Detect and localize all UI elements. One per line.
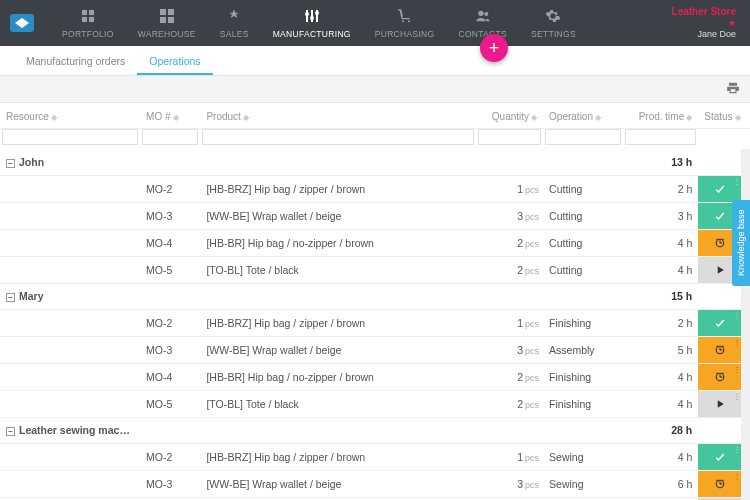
filter-prodtime[interactable] bbox=[625, 129, 696, 145]
knowledge-base-tab[interactable]: Knowledge base bbox=[732, 200, 750, 286]
collapse-icon[interactable]: − bbox=[6, 159, 15, 168]
cell-prodtime: 4 h bbox=[623, 363, 698, 390]
svg-point-29 bbox=[722, 345, 724, 347]
table-row[interactable]: MO-4[HB-BR] Hip bag / no-zipper / brown2… bbox=[0, 229, 750, 256]
filter-operation[interactable] bbox=[545, 129, 621, 145]
status-orange[interactable]: ⋮ bbox=[698, 337, 741, 363]
cell-mo: MO-2 bbox=[140, 443, 200, 470]
svg-point-14 bbox=[315, 11, 319, 15]
toolbar-row bbox=[0, 76, 750, 102]
status-green[interactable]: ⋮ bbox=[698, 444, 741, 470]
svg-point-15 bbox=[402, 20, 404, 22]
status-green[interactable]: ⋮ bbox=[698, 310, 741, 336]
svg-point-23 bbox=[722, 238, 724, 240]
col-product[interactable]: Product◆ bbox=[200, 103, 476, 129]
svg-point-22 bbox=[716, 238, 718, 240]
nav-purchasing[interactable]: PURCHASING bbox=[363, 0, 447, 46]
table-row[interactable]: MO-2[HB-BRZ] Hip bag / zipper / brown1pc… bbox=[0, 443, 750, 470]
col-resource[interactable]: Resource◆ bbox=[0, 103, 140, 129]
table-row[interactable]: MO-3[WW-BE] Wrap wallet / beige3pcsAssem… bbox=[0, 336, 750, 363]
col-quantity[interactable]: Quantity◆ bbox=[476, 103, 543, 129]
more-icon[interactable]: ⋮ bbox=[733, 338, 740, 347]
header-row: Resource◆ MO #◆ Product◆ Quantity◆ Opera… bbox=[0, 103, 750, 129]
cell-prodtime: 2 h bbox=[623, 309, 698, 336]
collapse-icon[interactable]: − bbox=[6, 293, 15, 302]
more-icon[interactable]: ⋮ bbox=[733, 445, 740, 454]
cell-prodtime: 2 h bbox=[623, 175, 698, 202]
svg-point-16 bbox=[408, 20, 410, 22]
nav-portfolio[interactable]: PORTFOLIO bbox=[50, 0, 126, 46]
add-button[interactable]: + bbox=[480, 34, 508, 62]
svg-point-18 bbox=[484, 12, 488, 16]
account-info[interactable]: Leather Store ★ Jane Doe bbox=[672, 6, 740, 40]
operations-table: Resource◆ MO #◆ Product◆ Quantity◆ Opera… bbox=[0, 103, 750, 500]
status-grey[interactable]: ⋮ bbox=[698, 391, 741, 417]
cell-product: [HB-BRZ] Hip bag / zipper / brown bbox=[200, 309, 476, 336]
status-orange[interactable]: ⋮ bbox=[698, 471, 741, 497]
nav-settings[interactable]: SETTINGS bbox=[519, 0, 588, 46]
cell-quantity: 2pcs bbox=[476, 256, 543, 283]
collapse-icon[interactable]: − bbox=[6, 427, 15, 436]
manufacturing-icon bbox=[304, 8, 320, 27]
svg-point-34 bbox=[722, 372, 724, 374]
user-name: Jane Doe bbox=[672, 29, 736, 40]
col-mo[interactable]: MO #◆ bbox=[140, 103, 200, 129]
nav-label: PORTFOLIO bbox=[62, 29, 114, 39]
filter-product[interactable] bbox=[202, 129, 474, 145]
star-icon: ★ bbox=[672, 18, 736, 29]
svg-point-13 bbox=[310, 16, 314, 20]
print-icon[interactable] bbox=[726, 81, 740, 98]
cell-mo: MO-3 bbox=[140, 202, 200, 229]
filter-quantity[interactable] bbox=[478, 129, 541, 145]
nav-label: WAREHOUSE bbox=[138, 29, 196, 39]
group-resource: −Mary bbox=[0, 283, 140, 309]
svg-rect-7 bbox=[160, 17, 166, 23]
more-icon[interactable]: ⋮ bbox=[733, 311, 740, 320]
more-icon[interactable]: ⋮ bbox=[733, 365, 740, 374]
col-status[interactable]: Status◆ bbox=[698, 103, 741, 129]
nav-sales[interactable]: SALES bbox=[208, 0, 261, 46]
sales-icon bbox=[226, 8, 242, 27]
tab-manufacturing-orders[interactable]: Manufacturing orders bbox=[14, 55, 137, 75]
col-operation[interactable]: Operation◆ bbox=[543, 103, 623, 129]
portfolio-icon bbox=[80, 8, 96, 27]
table-row[interactable]: MO-3[WW-BE] Wrap wallet / beige3pcsSewin… bbox=[0, 470, 750, 497]
table-row[interactable]: MO-4[HB-BR] Hip bag / no-zipper / brown2… bbox=[0, 363, 750, 390]
cell-operation: Sewing bbox=[543, 443, 623, 470]
cell-prodtime: 4 h bbox=[623, 390, 698, 417]
more-icon[interactable]: ⋮ bbox=[733, 472, 740, 481]
svg-rect-4 bbox=[89, 17, 94, 22]
filter-mo[interactable] bbox=[142, 129, 198, 145]
table-row[interactable]: MO-5[TO-BL] Tote / black2pcsCutting4 h⋮ bbox=[0, 256, 750, 283]
cell-product: [WW-BE] Wrap wallet / beige bbox=[200, 336, 476, 363]
app-logo[interactable] bbox=[10, 14, 34, 32]
operations-table-container[interactable]: Resource◆ MO #◆ Product◆ Quantity◆ Opera… bbox=[0, 102, 750, 500]
table-row[interactable]: MO-5[TO-BL] Tote / black2pcsFinishing4 h… bbox=[0, 390, 750, 417]
group-row[interactable]: −John13 h bbox=[0, 149, 750, 175]
sub-tab-bar: Manufacturing orders Operations + bbox=[0, 46, 750, 76]
cell-mo: MO-2 bbox=[140, 309, 200, 336]
tab-operations[interactable]: Operations bbox=[137, 55, 212, 75]
more-icon[interactable]: ⋮ bbox=[733, 392, 740, 401]
cell-prodtime: 3 h bbox=[623, 202, 698, 229]
nav-manufacturing[interactable]: MANUFACTURING bbox=[261, 0, 363, 46]
nav-label: PURCHASING bbox=[375, 29, 435, 39]
more-icon[interactable]: ⋮ bbox=[733, 177, 740, 186]
cell-operation: Cutting bbox=[543, 202, 623, 229]
cell-mo: MO-4 bbox=[140, 229, 200, 256]
table-row[interactable]: MO-2[HB-BRZ] Hip bag / zipper / brown1pc… bbox=[0, 175, 750, 202]
col-prodtime[interactable]: Prod. time◆ bbox=[623, 103, 698, 129]
cell-product: [TO-BL] Tote / black bbox=[200, 390, 476, 417]
group-row[interactable]: −Mary15 h bbox=[0, 283, 750, 309]
status-green[interactable]: ⋮ bbox=[698, 176, 741, 202]
status-orange[interactable]: ⋮ bbox=[698, 364, 741, 390]
table-row[interactable]: MO-2[HB-BRZ] Hip bag / zipper / brown1pc… bbox=[0, 309, 750, 336]
cell-operation: Finishing bbox=[543, 309, 623, 336]
nav-warehouse[interactable]: WAREHOUSE bbox=[126, 0, 208, 46]
sort-icon: ◆ bbox=[51, 113, 57, 122]
table-row[interactable]: MO-3[WW-BE] Wrap wallet / beige3pcsCutti… bbox=[0, 202, 750, 229]
group-row[interactable]: −Leather sewing machine 128 h bbox=[0, 417, 750, 443]
sort-icon: ◆ bbox=[735, 113, 741, 122]
settings-icon bbox=[545, 8, 561, 27]
filter-resource[interactable] bbox=[2, 129, 138, 145]
